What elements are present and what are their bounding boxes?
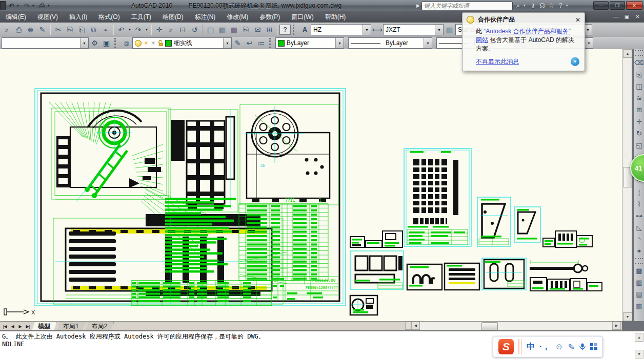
chevron-down-icon[interactable]: ▼	[335, 38, 344, 48]
tab-first-button[interactable]: |◀	[1, 323, 9, 330]
match-properties-icon[interactable]: ⌁	[99, 24, 111, 35]
undo-dropdown[interactable]: ▾	[17, 4, 21, 8]
menu-insert[interactable]: 插入(I)	[64, 11, 93, 23]
workspace-combo[interactable]: ▼	[2, 37, 89, 49]
menu-tools[interactable]: 工具(T)	[126, 11, 157, 23]
toolbar-grip[interactable]	[635, 258, 643, 264]
key-icon[interactable]: ⚷	[529, 2, 537, 9]
menu-window[interactable]: 窗口(W)	[286, 11, 319, 23]
restore-button[interactable]: ❐	[610, 1, 625, 10]
text-style-combo[interactable]: HZ ▼	[311, 24, 371, 35]
gear-icon[interactable]: ⚙	[89, 37, 100, 49]
plot-preview-icon[interactable]: ⌕	[1, 24, 13, 35]
ime-emoticon-icon[interactable]: ☺	[555, 342, 563, 351]
help-icon[interactable]: ?	[557, 2, 565, 9]
break-icon[interactable]: ⌇	[634, 198, 644, 210]
ime-punctuation-icon[interactable]: ·，	[539, 342, 550, 352]
undo-icon[interactable]: ↶	[115, 24, 127, 35]
copy-icon[interactable]: ⎘	[634, 69, 644, 80]
vertical-scrollbar[interactable]: ▲ ▼	[622, 49, 632, 321]
paste-icon[interactable]: ⎗	[76, 24, 88, 35]
scroll-right-icon[interactable]: ▶	[612, 322, 621, 330]
chevron-down-icon[interactable]: ▼	[363, 25, 371, 35]
quickcalc-icon[interactable]: ⊞	[264, 24, 275, 35]
scrollbar-track[interactable]	[420, 322, 612, 329]
menu-parametric[interactable]: 参数(P)	[254, 11, 286, 23]
break-at-point-icon[interactable]: ¦	[634, 186, 644, 198]
layer-states-icon[interactable]: ≔	[255, 37, 267, 49]
layer-combo[interactable]: ☀ ☀ 细实线 ▼	[132, 37, 232, 49]
make-object-layer-current-icon[interactable]: ✎	[232, 37, 244, 49]
menu-draw[interactable]: 绘图(D)	[157, 11, 189, 23]
plot-icon[interactable]: ⎙	[13, 24, 25, 35]
ime-pen-icon[interactable]: ✎	[568, 342, 575, 352]
scroll-down-icon[interactable]: ▼	[623, 312, 632, 321]
sogou-logo-icon[interactable]: S	[498, 339, 514, 354]
chevron-down-icon[interactable]: ▼	[435, 25, 443, 35]
chevron-down-icon[interactable]: ▼	[223, 38, 231, 48]
ime-mode-chinese-icon[interactable]: 中	[527, 342, 535, 352]
redo-icon[interactable]: ↷	[132, 24, 144, 35]
layer-previous-icon[interactable]: ↩	[244, 37, 255, 49]
erase-icon[interactable]: ⌫	[634, 57, 644, 69]
save-button[interactable]	[0, 1, 6, 10]
rotate-icon[interactable]: ↻	[634, 128, 644, 139]
markupset-manager-icon[interactable]: ✉	[252, 24, 264, 35]
tab-last-button[interactable]: ▶|	[24, 323, 32, 330]
redo-button[interactable]: ↷	[22, 1, 32, 10]
tab-prev-button[interactable]: ◀	[9, 323, 16, 330]
chamfer-icon[interactable]: ◺	[634, 222, 644, 234]
pan-icon[interactable]: ✛	[153, 24, 165, 35]
menu-help[interactable]: 帮助(H)	[319, 11, 352, 23]
menu-format[interactable]: 格式(O)	[93, 11, 125, 23]
bring-to-front-icon[interactable]: ▩	[634, 265, 644, 277]
menu-edit[interactable]: 编辑(E)	[0, 11, 32, 23]
undo-button[interactable]: ↶	[6, 1, 16, 10]
horizontal-scrollbar[interactable]: ◀ ▶	[405, 322, 621, 330]
menu-modify[interactable]: 修改(M)	[221, 11, 254, 23]
send-to-back-icon[interactable]: ▥	[634, 277, 644, 288]
horizontal-scrollbar-thumb[interactable]	[481, 322, 498, 330]
chevron-down-icon[interactable]: ▼	[424, 38, 432, 48]
move-icon[interactable]: ✛	[634, 116, 644, 128]
ime-toolbox-icon[interactable]	[590, 343, 597, 350]
layer-unlock-icon[interactable]	[158, 40, 163, 46]
designcenter-icon[interactable]: ▦	[216, 24, 228, 35]
layer-color-swatch[interactable]	[165, 40, 172, 47]
mdi-minimize-button[interactable]: —	[612, 13, 620, 20]
array-icon[interactable]: ⊞	[634, 104, 644, 116]
tab-model[interactable]: 模型	[32, 322, 57, 331]
offset-icon[interactable]: ≋	[634, 92, 644, 104]
accelerator-float-ball[interactable]: 41	[630, 154, 644, 182]
close-button[interactable]: ✕	[626, 1, 642, 10]
drawing-canvas[interactable]: 45 ??I1 1 ???? PE90120.00 PE900x1200????…	[0, 49, 622, 321]
favorites-star-icon[interactable]: ☆	[548, 2, 555, 9]
search-input[interactable]	[421, 2, 513, 10]
paste-block-icon[interactable]: ⧉	[88, 24, 99, 35]
zoom-realtime-icon[interactable]: ⌕	[165, 24, 177, 35]
zoom-window-icon[interactable]: ⊡	[177, 24, 189, 35]
undo-history-dropdown[interactable]: ▾	[127, 24, 132, 35]
help-dropdown[interactable]: ▾	[566, 4, 570, 8]
fillet-icon[interactable]: ◝	[634, 234, 644, 245]
properties-palette-icon[interactable]: ▤	[205, 24, 216, 35]
menu-view[interactable]: 视图(V)	[32, 11, 64, 23]
scroll-down-icon[interactable]: ▼	[635, 350, 643, 358]
workspace-settings-icon[interactable]: ▣	[100, 37, 112, 49]
linetype-combo[interactable]: ByLayer ▼	[348, 37, 432, 49]
zoom-previous-icon[interactable]: ↺	[189, 24, 200, 35]
print-button[interactable]: ⎙	[37, 1, 47, 10]
popup-close-icon[interactable]: ✕	[575, 16, 580, 24]
copy-clip-icon[interactable]: ⎘	[64, 24, 76, 35]
minimize-button[interactable]: —	[593, 1, 609, 10]
layer-thaw-sun-icon[interactable]: ☀	[144, 40, 149, 47]
tab-layout2[interactable]: 布局2	[86, 322, 114, 331]
menu-dimension[interactable]: 标注(N)	[189, 11, 222, 23]
communication-center-icon[interactable]: ☊	[538, 2, 546, 9]
mdi-restore-button[interactable]: ▣	[622, 13, 631, 20]
color-combo[interactable]: ByLayer ▼	[275, 37, 344, 49]
mirror-icon[interactable]: ◫	[634, 80, 644, 92]
expand-chevron-icon[interactable]: ▼	[571, 57, 579, 66]
publish-icon[interactable]: ⊛	[25, 24, 36, 35]
sheetset-manager-icon[interactable]: ⎘	[240, 24, 252, 35]
